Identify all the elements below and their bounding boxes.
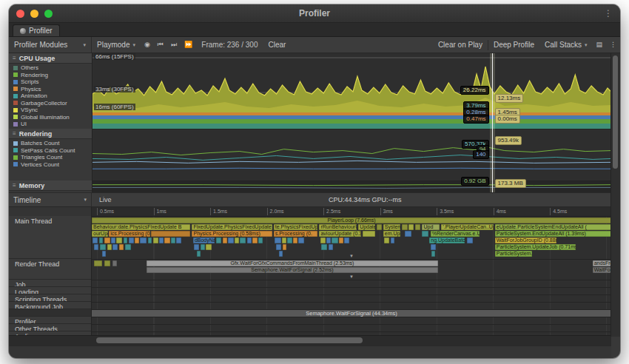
- timeline-span[interactable]: rRunBehaviourUpd: [319, 224, 357, 230]
- window-kebab-menu-icon[interactable]: ⋮: [604, 8, 613, 18]
- timeline-span[interactable]: FixedUpdate.PhysicsFixedUpdate (0.75ms): [192, 224, 272, 230]
- timeline-span[interactable]: ParticleSystem.UpdateJob (0.71ms): [495, 244, 576, 250]
- memory-chart[interactable]: [92, 181, 611, 192]
- timeline-span[interactable]: [92, 237, 98, 243]
- vertical-scrollbar-thumb[interactable]: [613, 55, 618, 169]
- timeline-tracks[interactable]: PlayerLoop (7.66ms)Behaviour:date.Physic…: [92, 217, 611, 335]
- timeline-span[interactable]: [153, 237, 158, 243]
- main-thread-track[interactable]: PlayerLoop (7.66ms)Behaviour:date.Physic…: [92, 217, 611, 260]
- timeline-span[interactable]: SystemU: [383, 224, 400, 230]
- timeline-span[interactable]: PlayerLoop (7.66ms): [92, 218, 611, 223]
- other-threads-track[interactable]: [92, 325, 611, 332]
- timeline-span[interactable]: [275, 237, 280, 243]
- timeline-span[interactable]: [240, 237, 246, 243]
- timeline-span[interactable]: [287, 237, 292, 243]
- background-job-track[interactable]: [92, 303, 611, 310]
- call-stacks-dropdown[interactable]: Call Stacks ▾: [539, 37, 593, 53]
- deep-profile-toggle[interactable]: Deep Profile: [488, 37, 539, 53]
- timeline-span[interactable]: [119, 244, 124, 250]
- timeline-span[interactable]: [282, 237, 286, 243]
- manual-doc-icon[interactable]: ▤: [592, 37, 606, 53]
- record-icon[interactable]: ◉: [141, 37, 154, 53]
- timeline-span[interactable]: Upd: [422, 224, 440, 230]
- timeline-span[interactable]: WaitForJobGroupID (0.88ms): [495, 237, 556, 243]
- target-selection-dropdown[interactable]: Playmode ▾: [92, 37, 141, 53]
- collapse-arrow-icon[interactable]: ▼: [92, 254, 611, 259]
- timeline-span[interactable]: [164, 237, 170, 243]
- legend-item[interactable]: Scripts: [13, 78, 92, 86]
- timeline-span[interactable]: em.Upda: [383, 231, 400, 237]
- timeline-span[interactable]: [94, 244, 98, 250]
- cpu-usage-chart[interactable]: 66ms (15FPS) 33ms (30FPS) 16ms (60FPS): [92, 53, 611, 129]
- timeline-span[interactable]: [276, 244, 281, 250]
- legend-item[interactable]: Others: [13, 64, 92, 72]
- timeline-span[interactable]: [329, 244, 333, 250]
- legend-item[interactable]: GarbageCollector: [13, 100, 92, 107]
- timeline-span[interactable]: [344, 237, 349, 243]
- timeline-span[interactable]: [384, 237, 389, 243]
- timeline-span[interactable]: [332, 237, 337, 243]
- legend-item[interactable]: Triangles Count: [13, 154, 92, 161]
- timeline-span[interactable]: [293, 237, 297, 243]
- timeline-span[interactable]: [235, 237, 239, 243]
- timeline-span[interactable]: [100, 244, 106, 250]
- timeline-span[interactable]: [151, 231, 190, 237]
- legend-item[interactable]: VSync: [13, 107, 92, 114]
- timeline-span[interactable]: [111, 237, 115, 243]
- legend-item[interactable]: Animation: [13, 92, 92, 100]
- profiler-track[interactable]: [92, 317, 611, 325]
- timeline-span[interactable]: [116, 237, 122, 243]
- timeline-span[interactable]: [216, 237, 221, 243]
- vertical-scrollbar[interactable]: [610, 53, 620, 337]
- time-ruler[interactable]: 0.5ms1ms1.5ms2.0ms2.5ms3ms3.5ms4ms4.5ms: [92, 207, 611, 217]
- timeline-span[interactable]: %RenderCanvas.e.Upd: [431, 231, 480, 237]
- legend-item[interactable]: Global Illumination: [13, 114, 92, 121]
- horizontal-scrollbar[interactable]: [9, 335, 611, 346]
- thread-label-main-thread[interactable]: Main Thread: [9, 216, 91, 259]
- timeline-span[interactable]: [422, 231, 428, 237]
- clear-button[interactable]: Clear: [263, 37, 291, 53]
- thread-label-scripting-threads[interactable]: Scripting Threads: [9, 294, 91, 302]
- timeline-span[interactable]: [431, 244, 437, 250]
- timeline-span[interactable]: '.PlayerUpdateCan..Updat: [441, 224, 493, 230]
- loading-track[interactable]: [92, 288, 611, 295]
- close-window-button[interactable]: [16, 10, 24, 18]
- timeline-span[interactable]: [206, 244, 212, 250]
- horizontal-scrollbar-thumb[interactable]: [96, 337, 363, 343]
- timeline-span[interactable]: [112, 260, 117, 266]
- timeline-span[interactable]: [104, 260, 110, 266]
- timeline-span[interactable]: [135, 237, 139, 243]
- next-frame-icon[interactable]: ⏭: [167, 37, 181, 53]
- timeline-span[interactable]: [298, 237, 304, 243]
- legend-item[interactable]: Vertices Count: [13, 161, 92, 169]
- timeline-span[interactable]: Gfx.WaitForGfxCommandsFromMainThread (2.…: [147, 260, 437, 266]
- timeline-span[interactable]: [99, 237, 104, 243]
- timeline-span[interactable]: [363, 231, 375, 237]
- timeline-span[interactable]: [252, 237, 258, 243]
- timeline-span[interactable]: te.PhysicsFixedUpdate: [274, 224, 318, 230]
- timeline-span[interactable]: [405, 231, 412, 237]
- tab-profiler[interactable]: Profiler: [13, 24, 60, 36]
- timeline-span[interactable]: [194, 244, 199, 250]
- legend-item[interactable]: Physics: [13, 86, 92, 93]
- module-header-rendering[interactable]: ≡ Rendering: [9, 129, 92, 139]
- thread-label-profiler[interactable]: Profiler: [9, 317, 91, 324]
- job-track[interactable]: [92, 280, 611, 288]
- timeline-span[interactable]: ng.UpdateBatcl: [429, 237, 465, 243]
- module-header-memory[interactable]: ≡ Memory: [9, 181, 92, 191]
- timeline-span[interactable]: [124, 237, 128, 243]
- timeline-span[interactable]: [176, 237, 181, 243]
- timeline-span[interactable]: [326, 237, 331, 243]
- timeline-span[interactable]: [140, 237, 147, 243]
- thread-label-job[interactable]: Job: [9, 280, 91, 287]
- timeline-span[interactable]: ics.Processing (0.3!: [109, 231, 149, 237]
- module-header-cpu[interactable]: ≡ CPU Usage: [9, 53, 92, 64]
- timeline-span[interactable]: [148, 237, 152, 243]
- thread-label-render-thread[interactable]: Render Thread: [9, 259, 91, 280]
- timeline-span[interactable]: aviourUpdate (0.32: [319, 231, 360, 237]
- timeline-span[interactable]: [223, 237, 227, 243]
- timeline-span[interactable]: Physics.Processing (0.58ms): [192, 231, 272, 237]
- timeline-span[interactable]: [258, 237, 263, 243]
- timeline-span[interactable]: s.Processing (0.: [274, 231, 318, 237]
- prev-frame-icon[interactable]: ⏮: [154, 37, 167, 53]
